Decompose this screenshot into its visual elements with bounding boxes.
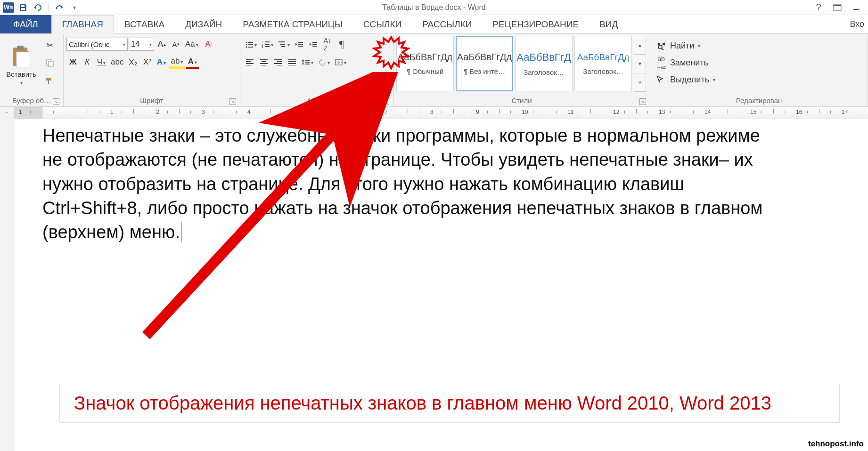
ruler-tick: 5 xyxy=(293,109,296,115)
borders-icon[interactable] xyxy=(333,56,348,69)
underline-button[interactable]: Ч xyxy=(95,56,108,69)
vertical-ruler[interactable] xyxy=(0,119,14,451)
document-paragraph[interactable]: Непечатные знаки – это служебные знаки п… xyxy=(42,124,773,244)
tab-design[interactable]: ДИЗАЙН xyxy=(175,15,232,33)
style-no-spacing[interactable]: АаБбВвГгДд ¶ Без инте… xyxy=(456,36,513,91)
svg-rect-6 xyxy=(49,61,53,67)
style-heading2[interactable]: АаБбВвГгДд Заголовок… xyxy=(574,36,632,91)
highlight-color-icon[interactable]: ab xyxy=(169,56,185,69)
tab-mailings[interactable]: РАССЫЛКИ xyxy=(412,15,482,33)
ruler-tick: 10 xyxy=(522,109,528,115)
justify-icon[interactable] xyxy=(286,56,299,69)
ruler-tick: 14 xyxy=(704,109,711,115)
align-center-icon[interactable] xyxy=(257,56,270,69)
format-painter-icon[interactable] xyxy=(43,74,57,88)
replace-button[interactable]: ab→ac Заменить xyxy=(653,55,711,71)
font-name-combo[interactable]: Calibri (Оснс▾ xyxy=(66,38,128,51)
font-size-combo[interactable]: 14▾ xyxy=(129,38,154,51)
select-button[interactable]: Выделить ▾ xyxy=(653,72,718,88)
group-editing: Найти ▾ ab→ac Заменить Выделить ▾ Редакт… xyxy=(650,34,868,106)
document-page[interactable]: Непечатные знаки – это служебные знаки п… xyxy=(14,119,868,451)
sign-in-link[interactable]: Вхо xyxy=(850,15,868,33)
help-icon[interactable]: ? xyxy=(811,2,826,13)
svg-text:3: 3 xyxy=(262,46,263,48)
ribbon-display-options-icon[interactable] xyxy=(830,2,844,13)
italic-button[interactable]: К xyxy=(81,56,94,69)
tab-insert[interactable]: ВСТАВКА xyxy=(114,15,175,33)
paragraph-launcher-icon[interactable]: ↘ xyxy=(383,98,389,105)
bold-button[interactable]: Ж xyxy=(66,56,80,69)
text-cursor xyxy=(181,222,181,242)
minimize-icon[interactable] xyxy=(849,2,863,13)
ruler-tick: 12 xyxy=(613,109,619,115)
tab-layout[interactable]: РАЗМЕТКА СТРАНИЦЫ xyxy=(232,15,353,33)
bullets-icon[interactable] xyxy=(243,38,259,51)
font-launcher-icon[interactable]: ↘ xyxy=(229,98,236,105)
horizontal-ruler[interactable]: ⌐ 11234567891011121314151617 xyxy=(0,107,868,119)
text-effects-icon[interactable]: A xyxy=(155,56,168,69)
shrink-font-icon[interactable]: A▾ xyxy=(169,38,182,51)
svg-rect-21 xyxy=(281,46,285,47)
svg-rect-20 xyxy=(280,44,285,45)
save-icon[interactable] xyxy=(17,1,29,14)
align-right-icon[interactable] xyxy=(271,56,285,69)
change-case-icon[interactable]: Aa xyxy=(183,38,200,51)
style-heading1[interactable]: АаБбВвГгД Заголовок… xyxy=(515,36,573,91)
align-left-icon[interactable] xyxy=(243,56,256,69)
tab-home[interactable]: ГЛАВНАЯ xyxy=(51,15,114,34)
qat-customize-icon[interactable]: ▾ xyxy=(68,1,81,14)
ruler-tick: 6 xyxy=(339,109,342,115)
shading-icon[interactable] xyxy=(316,56,332,69)
redo-icon[interactable] xyxy=(53,1,66,14)
svg-rect-3 xyxy=(834,5,841,6)
styles-scroll-down-icon[interactable]: ▾ xyxy=(634,54,646,73)
multilevel-list-icon[interactable] xyxy=(276,38,292,51)
ruler-tick: 3 xyxy=(202,109,205,115)
group-styles-label: Стили xyxy=(511,97,532,105)
find-button[interactable]: Найти ▾ xyxy=(653,38,703,54)
styles-launcher-icon[interactable]: ↘ xyxy=(639,98,646,105)
increase-indent-icon[interactable] xyxy=(307,38,320,51)
decrease-indent-icon[interactable] xyxy=(293,38,306,51)
superscript-button[interactable]: X² xyxy=(140,56,154,69)
strikethrough-button[interactable]: abc xyxy=(109,56,125,69)
select-label: Выделить xyxy=(670,75,709,85)
copy-icon[interactable] xyxy=(43,56,57,70)
svg-rect-19 xyxy=(278,41,285,42)
tab-references[interactable]: ССЫЛКИ xyxy=(353,15,412,33)
group-paragraph-label: Абзац xyxy=(307,97,327,105)
styles-scroll-up-icon[interactable]: ▴ xyxy=(634,36,646,55)
grow-font-icon[interactable]: A▴ xyxy=(155,38,168,51)
styles-expand-icon[interactable]: ▿ xyxy=(634,73,646,92)
show-paragraph-marks-icon[interactable]: ¶ xyxy=(335,38,348,51)
paste-button[interactable]: Вставить ▾ xyxy=(3,36,40,95)
select-icon xyxy=(656,75,666,84)
svg-point-9 xyxy=(246,44,247,46)
group-clipboard: Вставить ▾ ✂ Буфер об…↘ xyxy=(0,34,64,106)
svg-rect-43 xyxy=(288,65,296,65)
tab-file[interactable]: ФАЙЛ xyxy=(0,15,51,33)
ruler-tick: 4 xyxy=(247,109,251,115)
svg-rect-30 xyxy=(246,63,254,64)
svg-rect-12 xyxy=(248,47,253,48)
svg-rect-27 xyxy=(312,46,317,47)
ruler-tick: 1 xyxy=(19,109,22,115)
group-styles: АаБбВвГгДд ¶ Обычный АаБбВвГгДд ¶ Без ин… xyxy=(393,34,650,106)
tab-review[interactable]: РЕЦЕНЗИРОВАНИЕ xyxy=(482,15,589,33)
style-normal[interactable]: АаБбВвГгДд ¶ Обычный xyxy=(396,36,454,91)
ruler-tick: 13 xyxy=(659,109,665,115)
font-color-icon[interactable]: A xyxy=(186,56,199,69)
line-spacing-icon[interactable] xyxy=(300,56,315,69)
cut-icon[interactable]: ✂ xyxy=(43,39,57,52)
paste-icon xyxy=(11,46,31,68)
numbering-icon[interactable]: 123 xyxy=(260,38,275,51)
svg-rect-25 xyxy=(312,42,317,43)
sort-icon[interactable]: A↓Z xyxy=(321,38,334,51)
document-area: Непечатные знаки – это служебные знаки п… xyxy=(0,119,868,451)
subscript-button[interactable]: X₂ xyxy=(126,56,139,69)
tab-view[interactable]: ВИД xyxy=(589,15,628,33)
ribbon: Вставить ▾ ✂ Буфер об…↘ Calibri (Оснс▾ 1… xyxy=(0,34,868,107)
undo-icon[interactable] xyxy=(32,1,44,14)
clipboard-launcher-icon[interactable]: ↘ xyxy=(53,98,59,105)
clear-formatting-icon[interactable]: A⃠ xyxy=(201,38,214,51)
